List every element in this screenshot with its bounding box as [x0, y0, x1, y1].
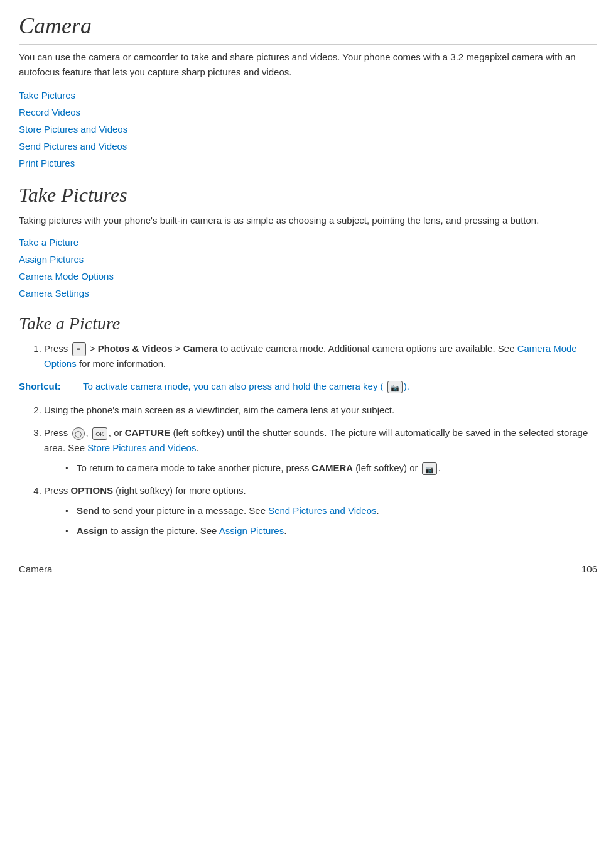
section-intro-take-pictures: Taking pictures with your phone's built-… — [19, 213, 597, 228]
shortcut-label: Shortcut: — [19, 379, 75, 394]
step-4-bullet-assign-text: Assign to assign the picture. See Assign… — [77, 525, 286, 536]
subsection-link-camera-settings[interactable]: Camera Settings — [19, 288, 597, 298]
subsection-links: Take a Picture Assign Pictures Camera Mo… — [19, 237, 597, 298]
step-3: Press ◯, OK, or CAPTURE (left softkey) u… — [44, 425, 597, 476]
page-title: Camera — [19, 13, 597, 45]
step-4-bullets: Send to send your picture in a message. … — [44, 503, 597, 538]
circle-icon: ◯ — [72, 427, 85, 440]
step-1-text-middle: > Photos & Videos > Camera to activate c… — [90, 343, 517, 354]
toc-link-record-videos[interactable]: Record Videos — [19, 107, 597, 117]
step-4-bullet-assign: Assign to assign the picture. See Assign… — [77, 523, 597, 538]
footer-left: Camera — [19, 564, 52, 574]
toc-link-store-pictures[interactable]: Store Pictures and Videos — [19, 124, 597, 134]
page-intro: You can use the camera or camcorder to t… — [19, 50, 597, 80]
subsection-link-take-a-picture[interactable]: Take a Picture — [19, 237, 597, 248]
steps-list-continued: Using the phone's main screen as a viewf… — [19, 403, 597, 538]
step-1: Press ≡ > Photos & Videos > Camera to ac… — [44, 341, 597, 371]
step-4-bullet-send: Send to send your picture in a message. … — [77, 503, 597, 518]
step-4-bullet-send-text: Send to send your picture in a message. … — [77, 505, 379, 516]
shortcut-row: Shortcut: To activate camera mode, you c… — [19, 379, 597, 394]
step-3-bullet-1-text: To return to camera mode to take another… — [77, 462, 441, 473]
step-4: Press OPTIONS (right softkey) for more o… — [44, 483, 597, 538]
subsection-heading-take-a-picture: Take a Picture — [19, 314, 597, 334]
step-3-bullets: To return to camera mode to take another… — [44, 461, 597, 476]
step-2: Using the phone's main screen as a viewf… — [44, 403, 597, 418]
step-1-text-before: Press — [44, 343, 71, 354]
step-2-text: Using the phone's main screen as a viewf… — [44, 405, 394, 415]
table-of-contents: Take Pictures Record Videos Store Pictur… — [19, 90, 597, 168]
page-footer: Camera 106 — [19, 564, 597, 574]
toc-link-send-pictures[interactable]: Send Pictures and Videos — [19, 141, 597, 151]
steps-list: Press ≡ > Photos & Videos > Camera to ac… — [19, 341, 597, 371]
camera-key-icon: 📷 — [387, 381, 403, 393]
step-1-text-end: for more information. — [79, 358, 166, 369]
ok-icon: OK — [92, 427, 107, 440]
menu-icon: ≡ — [72, 342, 86, 356]
section-heading-take-pictures: Take Pictures — [19, 183, 597, 207]
toc-link-print-pictures[interactable]: Print Pictures — [19, 158, 597, 168]
assign-pictures-link[interactable]: Assign Pictures — [219, 525, 284, 536]
subsection-link-camera-mode-options[interactable]: Camera Mode Options — [19, 271, 597, 281]
footer-right: 106 — [581, 564, 597, 574]
step-3-text: Press ◯, OK, or CAPTURE (left softkey) u… — [44, 427, 588, 453]
step-3-bullet-1: To return to camera mode to take another… — [77, 461, 597, 476]
send-pictures-link[interactable]: Send Pictures and Videos — [268, 505, 376, 516]
shortcut-text: To activate camera mode, you can also pr… — [83, 379, 409, 394]
step-4-text: Press OPTIONS (right softkey) for more o… — [44, 485, 246, 496]
camera-icon2: 📷 — [422, 462, 437, 475]
subsection-link-assign-pictures[interactable]: Assign Pictures — [19, 254, 597, 265]
toc-link-take-pictures[interactable]: Take Pictures — [19, 90, 597, 101]
store-pictures-link[interactable]: Store Pictures and Videos — [87, 442, 196, 453]
